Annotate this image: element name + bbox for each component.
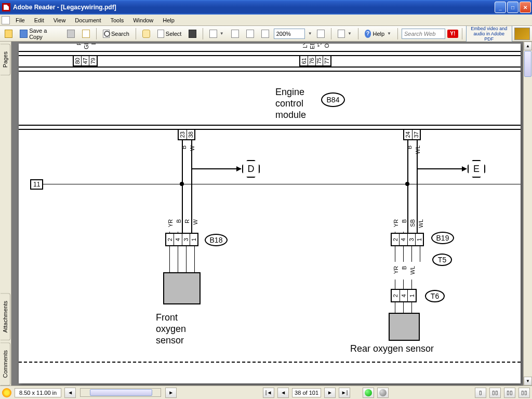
sidebar-tab-pages[interactable]: Pages (1, 44, 10, 75)
connector-b18: B18 (205, 234, 228, 246)
menu-file[interactable]: File (11, 16, 29, 24)
zoom-plus-button[interactable] (314, 28, 327, 39)
select-tool-button[interactable]: Select (155, 28, 184, 39)
page-dimensions: 8.50 x 11.00 in (15, 388, 61, 397)
back-icon (365, 389, 372, 396)
media-icon[interactable] (514, 28, 530, 40)
hscroll-thumb[interactable] (90, 389, 152, 396)
document-viewport[interactable]: P GL L 80 47 79 LY EB *3 Or 61 76 75 77 (11, 42, 532, 385)
rear-o2-sensor-box (389, 313, 420, 341)
menubar: File Edit View Document Tools Window Hel… (0, 15, 532, 26)
first-page-button[interactable]: |◄ (263, 388, 274, 398)
continuous-facing-button[interactable]: ▯▯ (518, 388, 530, 398)
select-label: Select (166, 31, 182, 37)
prev-page-button[interactable]: ◄ (277, 388, 289, 398)
zoom-in-icon (209, 30, 217, 38)
embed-video-button[interactable]: Embed video and audio in Adobe PDF (466, 24, 512, 43)
close-button[interactable]: ✕ (520, 2, 531, 13)
total-pages: 101 (309, 390, 318, 396)
wire-label: LY (302, 44, 308, 48)
connector-t6: T6 (425, 290, 445, 302)
read-icon (338, 30, 345, 38)
ecm-label: Engine control module (275, 86, 306, 121)
menu-document[interactable]: Document (71, 16, 105, 24)
folder-icon (5, 30, 12, 38)
menu-view[interactable]: View (49, 16, 70, 24)
reference-11: 11 (30, 179, 43, 190)
sidebar: Pages Attachments Comments (0, 42, 11, 385)
horizontal-scrollbar[interactable] (80, 388, 161, 397)
pin-number: 2 (392, 294, 398, 297)
facing-button[interactable]: ▯▯ (504, 388, 515, 398)
forward-button[interactable] (377, 388, 389, 398)
search-label: Search (111, 31, 129, 37)
continuous-button[interactable]: ▯▯ (489, 388, 501, 398)
snapshot-button[interactable] (186, 28, 199, 39)
pin-number: 3 (408, 238, 415, 241)
fit-width-button[interactable] (229, 28, 242, 39)
yahoo-icon[interactable]: Y! (447, 30, 458, 38)
maximize-button[interactable]: □ (507, 2, 518, 13)
wire-color: WL (415, 145, 421, 154)
zoom-in-button[interactable]: ▼ (207, 28, 226, 39)
scroll-thumb[interactable] (524, 51, 531, 77)
pin-number: 1 (409, 294, 415, 297)
pin-number: 23 (179, 131, 185, 138)
fit-page-button[interactable] (244, 28, 257, 39)
pin-number: 38 (188, 131, 194, 138)
wire-label: Or (324, 44, 330, 48)
connector-b84: B84 (321, 92, 345, 107)
pin-number: 4 (401, 294, 407, 297)
adobe-reader-icon (2, 3, 10, 11)
menu-window[interactable]: Window (129, 16, 157, 24)
chevron-down-icon: ▼ (220, 31, 224, 36)
last-page-button[interactable]: ►| (339, 388, 350, 398)
window-title: Adobe Reader - [Legacywiring.pdf] (13, 4, 495, 11)
save-copy-button[interactable]: Save a Copy (17, 28, 62, 39)
email-button[interactable] (79, 28, 92, 39)
next-page-button[interactable]: ► (324, 388, 336, 398)
minimize-button[interactable]: _ (495, 2, 506, 13)
sun-icon[interactable] (2, 388, 11, 397)
print-button[interactable] (64, 28, 77, 39)
reading-button[interactable]: ▼ (335, 28, 354, 39)
help-label: Help (373, 31, 384, 37)
pin-number: 2 (167, 238, 173, 241)
single-page-button[interactable]: ▯ (475, 388, 486, 398)
sidebar-tab-attachments[interactable]: Attachments (1, 293, 10, 340)
menu-edit[interactable]: Edit (30, 16, 48, 24)
wire-color: W (189, 145, 195, 151)
search-web-input[interactable] (402, 29, 445, 39)
wire-color: WL (418, 219, 424, 228)
sidebar-tab-comments[interactable]: Comments (1, 342, 10, 385)
disk-icon (20, 30, 28, 38)
pin-number: 4 (175, 238, 181, 241)
scroll-down-button[interactable]: ▼ (524, 377, 532, 385)
wire-color: YR (393, 266, 399, 274)
open-button[interactable] (2, 28, 15, 39)
fit-width-icon (231, 30, 239, 38)
hand-tool-button[interactable] (140, 28, 153, 39)
binoculars-button[interactable]: Search (100, 28, 132, 39)
statusbar: 8.50 x 11.00 in ◄ ► |◄ ◄ 38 of 101 ► ►| … (0, 385, 532, 399)
menu-help[interactable]: Help (158, 16, 179, 24)
mail-icon (82, 30, 90, 38)
chevron-down-icon[interactable]: ▼ (308, 31, 312, 36)
scroll-up-button[interactable]: ▲ (524, 42, 532, 50)
scroll-left-button[interactable]: ◄ (64, 388, 76, 398)
zoom-input[interactable] (274, 29, 305, 39)
zoom-out-icon (261, 30, 269, 38)
vertical-scrollbar[interactable]: ▲ ▼ (523, 42, 532, 385)
scroll-right-button[interactable]: ► (165, 388, 177, 398)
back-button[interactable] (363, 388, 374, 398)
save-copy-label: Save a Copy (29, 28, 60, 40)
print-icon (67, 30, 75, 38)
current-page: 38 (295, 390, 301, 396)
page-indicator[interactable]: 38 of 101 (292, 388, 321, 397)
menu-tools[interactable]: Tools (107, 16, 128, 24)
help-button[interactable]: ?Help▼ (362, 28, 394, 39)
zoom-out-button[interactable] (259, 28, 272, 39)
main-area: Pages Attachments Comments P GL L 80 47 … (0, 42, 532, 385)
cursor-icon (157, 30, 164, 38)
wire-label: EB (309, 44, 315, 49)
